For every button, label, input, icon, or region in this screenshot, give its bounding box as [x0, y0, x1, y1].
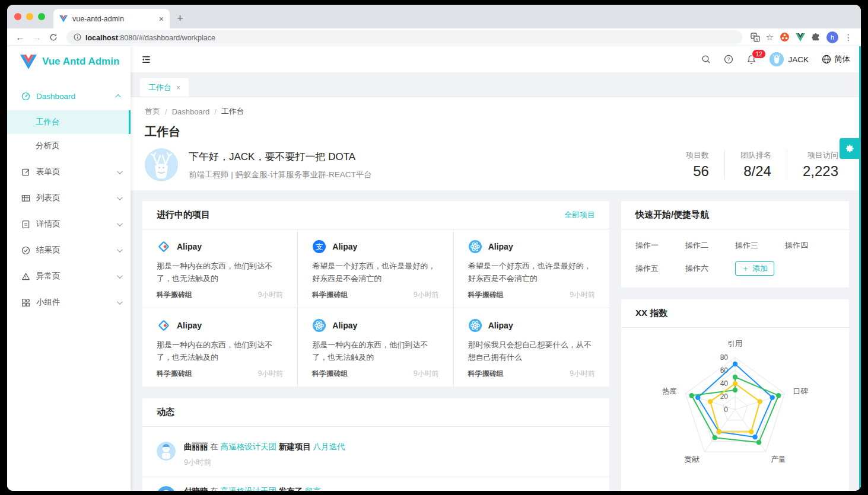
header-search-button[interactable]	[701, 55, 711, 64]
quick-link-1[interactable]: 操作一	[635, 240, 685, 251]
sidebar-subitem-workplace[interactable]: 工作台	[7, 110, 131, 134]
address-bar[interactable]: localhost:8080/#/dashboard/workplace	[66, 30, 742, 44]
project-card[interactable]: Alipay 那时候我只会想自己想要什么，从不想自己拥有什么 科学搬砖组 9小时…	[454, 308, 609, 387]
breadcrumb-home[interactable]: 首页	[145, 106, 160, 117]
site-info-icon[interactable]	[74, 33, 81, 41]
breadcrumb-dashboard[interactable]: Dashboard	[172, 107, 210, 116]
question-circle-icon: ?	[724, 55, 733, 64]
extensions-puzzle-icon[interactable]	[811, 33, 821, 42]
app-logo[interactable]: Vue Antd Admin	[7, 46, 131, 77]
quick-link-4[interactable]: 操作四	[785, 240, 835, 251]
project-group-link[interactable]: 科学搬砖组	[157, 290, 192, 300]
project-card[interactable]: Alipay 那是一种内在的东西，他们到达不了，也无法触及的 科学搬砖组 9小时…	[142, 308, 298, 387]
close-window-button[interactable]	[14, 13, 21, 20]
radar-axis-label: 热度	[662, 387, 677, 395]
menu-fold-button[interactable]	[141, 55, 151, 64]
sidebar-item-label: 列表页	[36, 193, 111, 203]
projects-card-title: 进行中的项目	[157, 209, 210, 221]
antd-icon	[157, 239, 171, 254]
forward-button[interactable]: →	[30, 30, 44, 44]
add-operation-button[interactable]: ＋ 添加	[735, 261, 774, 276]
settings-gear-button[interactable]	[840, 138, 859, 159]
sidebar-subitem-analysis[interactable]: 分析页	[7, 134, 131, 158]
page-scroll-area[interactable]: 首页 / Dashboard / 工作台 工作台	[131, 97, 861, 491]
sidebar-item-forms[interactable]: 表单页	[7, 160, 131, 184]
browser-menu-icon[interactable]: ⋮	[844, 33, 853, 42]
user-avatar	[770, 52, 784, 66]
sidebar-item-exceptions[interactable]: 异常页	[7, 264, 131, 288]
reload-button[interactable]	[46, 30, 61, 44]
activity-target-link[interactable]: 八月迭代	[313, 442, 345, 451]
project-group-link[interactable]: 科学搬砖组	[312, 290, 348, 300]
project-card[interactable]: 支 Alipay 希望是一个好东西，也许是最好的，好东西是不会消亡的 科学搬砖组…	[298, 229, 453, 308]
close-tab-icon[interactable]: ×	[159, 15, 164, 23]
window-controls	[7, 5, 53, 28]
activity-team-link[interactable]: 高逼格设计天团	[221, 442, 277, 451]
project-card[interactable]: Alipay 希望是一个好东西，也许是最好的，好东西是不会消亡的 科学搬砖组 9…	[454, 229, 609, 308]
header-notifications-button[interactable]: 12	[746, 55, 756, 65]
quick-link-2[interactable]: 操作二	[685, 240, 735, 251]
project-card[interactable]: Alipay 那是一种内在的东西，他们到达不了，也无法触及的 科学搬砖组 9小时…	[298, 308, 453, 387]
stat-projects: 项目数 56	[670, 150, 725, 180]
activity-target-link[interactable]: 留言	[305, 487, 321, 491]
activity-user[interactable]: 曲丽丽	[184, 442, 208, 451]
minimize-window-button[interactable]	[26, 13, 33, 20]
project-group-link[interactable]: 科学搬砖组	[312, 369, 348, 379]
bookmark-star-icon[interactable]: ☆	[766, 32, 774, 43]
sidebar-item-dashboard[interactable]: Dashboard	[7, 84, 131, 108]
sidebar-item-details[interactable]: 详情页	[7, 212, 131, 236]
svg-text:80: 80	[720, 353, 729, 362]
project-name: Alipay	[177, 242, 202, 251]
sidebar-item-lists[interactable]: 列表页	[7, 186, 131, 210]
quick-nav-title: 快速开始/便捷导航	[635, 209, 709, 221]
project-time: 9小时前	[258, 290, 284, 300]
translate-icon[interactable]: 文 A	[751, 33, 760, 42]
tab-workplace[interactable]: 工作台 ×	[140, 78, 189, 97]
page-header: 首页 / Dashboard / 工作台 工作台	[131, 97, 861, 190]
language-switcher[interactable]: 简体	[822, 54, 850, 65]
vue-devtools-icon[interactable]	[796, 33, 805, 41]
stat-project-visits: 项目访问 2,223	[787, 150, 847, 180]
project-time: 9小时前	[414, 290, 439, 300]
browser-profile-avatar[interactable]: h	[826, 31, 838, 43]
activity-text: 付晓晓 在 高逼格设计天团 发布了 留言	[184, 486, 321, 491]
breadcrumb: 首页 / Dashboard / 工作台	[145, 106, 847, 117]
activity-user[interactable]: 付晓晓	[184, 487, 208, 491]
project-card[interactable]: Alipay 那是一种内在的东西，他们到达不了，也无法触及的 科学搬砖组 9小时…	[142, 229, 298, 308]
new-tab-button[interactable]: +	[177, 12, 183, 25]
activity-team-link[interactable]: 高逼格设计天团	[221, 487, 277, 491]
chevron-down-icon	[117, 221, 123, 226]
project-group-link[interactable]: 科学搬砖组	[157, 369, 192, 379]
project-time: 9小时前	[570, 290, 595, 300]
tab-label: 工作台	[148, 82, 171, 93]
zoom-window-button[interactable]	[38, 13, 45, 20]
sidebar-item-widgets[interactable]: 小组件	[7, 290, 131, 314]
sidebar-item-results[interactable]: 结果页	[7, 238, 131, 262]
svg-text:0: 0	[724, 405, 728, 414]
sidebar-menu: Dashboard 工作台 分析页 表单页	[7, 77, 131, 314]
project-group-link[interactable]: 科学搬砖组	[468, 369, 504, 379]
form-icon	[21, 168, 30, 177]
appstore-icon	[21, 298, 30, 307]
all-projects-link[interactable]: 全部项目	[564, 210, 595, 221]
activity-time: 9小时前	[184, 457, 345, 468]
radar-axis-label: 口碑	[793, 387, 809, 395]
user-role-text: 前端工程师 | 蚂蚁金服-计算服务事业群-REACT平台	[189, 170, 670, 180]
quick-link-3[interactable]: 操作三	[735, 240, 785, 251]
back-button[interactable]: ←	[13, 30, 27, 44]
chevron-up-icon	[115, 94, 121, 100]
quick-link-6[interactable]: 操作六	[685, 263, 735, 274]
project-name: Alipay	[488, 242, 513, 251]
page-title: 工作台	[145, 124, 847, 140]
extension-orange-icon[interactable]	[780, 32, 790, 42]
header-help-button[interactable]: ?	[724, 55, 733, 64]
stat-team-rank: 团队排名 8/24	[725, 150, 787, 180]
chevron-down-icon	[117, 247, 123, 253]
close-tab-icon[interactable]: ×	[176, 84, 180, 92]
header-user-menu[interactable]: JACK	[770, 52, 809, 66]
browser-tab[interactable]: vue-antd-admin ×	[53, 9, 170, 28]
project-group-link[interactable]: 科学搬砖组	[468, 290, 504, 300]
quick-link-5[interactable]: 操作五	[635, 263, 685, 274]
username: JACK	[788, 55, 809, 64]
activity-card-title: 动态	[157, 407, 174, 418]
